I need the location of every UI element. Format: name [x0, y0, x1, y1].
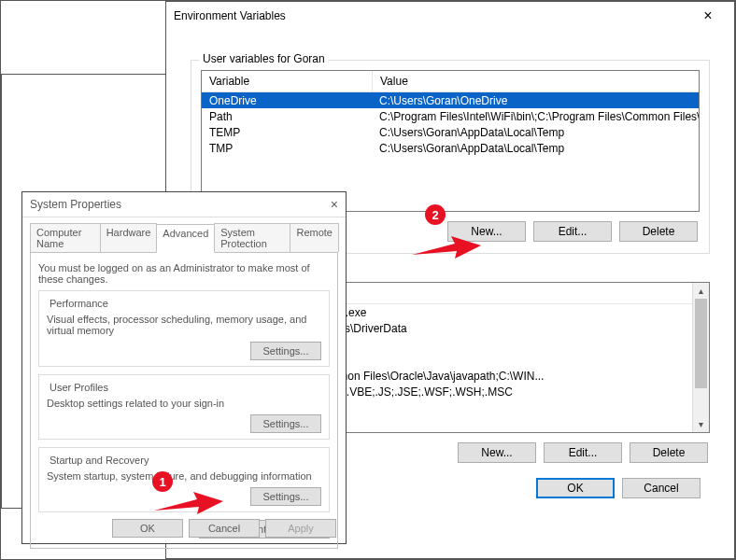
- col-variable[interactable]: Variable: [202, 71, 373, 91]
- sysprops-apply-button[interactable]: Apply: [265, 519, 336, 538]
- advanced-tab-panel: You must be logged on as an Administrato…: [30, 252, 338, 549]
- user-profiles-desc: Desktop settings related to your sign-in: [47, 398, 321, 409]
- screenshot-canvas: OK Environment Variables × User variable…: [0, 0, 736, 560]
- cell-value: C:\Users\Goran\OneDrive: [372, 93, 699, 108]
- cell-variable: Path: [202, 109, 372, 124]
- cell-variable: TEMP: [202, 125, 372, 140]
- scroll-up-icon[interactable]: ▴: [693, 283, 709, 299]
- sys-delete-button[interactable]: Delete: [630, 442, 708, 463]
- table-row[interactable]: PathC:\Program Files\Intel\WiFi\bin\;C:\…: [202, 108, 699, 124]
- user-profiles-settings-button[interactable]: Settings...: [250, 414, 321, 433]
- sys-scrollbar[interactable]: ▴ ▾: [692, 283, 709, 432]
- user-profiles-group: User Profiles Desktop settings related t…: [38, 374, 330, 440]
- sysprops-tabs: Computer Name Hardware Advanced System P…: [30, 223, 338, 252]
- sysprops-titlebar[interactable]: System Properties ×: [22, 192, 346, 217]
- cell-value: C:\Program Files\Intel\WiFi\bin\;C:\Prog…: [372, 109, 699, 124]
- col-value[interactable]: Value: [373, 71, 699, 91]
- scroll-thumb[interactable]: [695, 299, 707, 388]
- startup-legend: Startup and Recovery: [47, 455, 151, 466]
- user-profiles-legend: User Profiles: [47, 382, 111, 393]
- close-icon[interactable]: ×: [689, 7, 727, 24]
- sys-edit-button[interactable]: Edit...: [544, 442, 622, 463]
- sys-new-button[interactable]: New...: [458, 442, 536, 463]
- user-variables-legend: User variables for Goran: [199, 52, 329, 65]
- cell-value: C:\Users\Goran\AppData\Local\Temp: [372, 125, 699, 140]
- cell-variable: OneDrive: [202, 93, 372, 108]
- tab-advanced[interactable]: Advanced: [156, 224, 215, 253]
- sysprops-title-text: System Properties: [30, 198, 121, 211]
- tab-computer-name[interactable]: Computer Name: [30, 223, 101, 252]
- sysprops-ok-button[interactable]: OK: [112, 519, 183, 538]
- cell-value: C:\Users\Goran\AppData\Local\Temp: [372, 141, 699, 156]
- startup-recovery-group: Startup and Recovery System startup, sys…: [38, 447, 330, 512]
- scroll-down-icon[interactable]: ▾: [693, 416, 709, 432]
- table-row[interactable]: TEMPC:\Users\Goran\AppData\Local\Temp: [202, 124, 699, 140]
- system-properties-dialog: System Properties × Computer Name Hardwa…: [21, 191, 347, 544]
- sysprops-cancel-button[interactable]: Cancel: [189, 519, 260, 538]
- admin-note: You must be logged on as an Administrato…: [38, 262, 330, 285]
- table-row[interactable]: TMPC:\Users\Goran\AppData\Local\Temp: [202, 140, 699, 156]
- env-ok-button[interactable]: OK: [536, 478, 615, 498]
- tab-remote[interactable]: Remote: [290, 223, 339, 252]
- tab-system-protection[interactable]: System Protection: [214, 223, 290, 252]
- env-titlebar[interactable]: Environment Variables ×: [166, 2, 734, 30]
- performance-legend: Performance: [47, 298, 111, 309]
- startup-settings-button[interactable]: Settings...: [250, 487, 321, 506]
- table-row[interactable]: OneDriveC:\Users\Goran\OneDrive: [202, 92, 699, 108]
- performance-group: Performance Visual effects, processor sc…: [38, 290, 330, 367]
- env-title-text: Environment Variables: [174, 9, 286, 22]
- close-icon[interactable]: ×: [331, 197, 338, 212]
- user-new-button[interactable]: New...: [447, 221, 526, 242]
- startup-desc: System startup, system failure, and debu…: [47, 470, 321, 482]
- user-delete-button[interactable]: Delete: [619, 221, 698, 242]
- user-edit-button[interactable]: Edit...: [533, 221, 612, 242]
- cell-variable: TMP: [202, 141, 372, 156]
- user-table-header: Variable Value: [202, 71, 699, 92]
- performance-settings-button[interactable]: Settings...: [250, 342, 321, 360]
- tab-hardware[interactable]: Hardware: [100, 223, 158, 252]
- performance-desc: Visual effects, processor scheduling, me…: [47, 314, 321, 336]
- env-cancel-button[interactable]: Cancel: [622, 478, 701, 498]
